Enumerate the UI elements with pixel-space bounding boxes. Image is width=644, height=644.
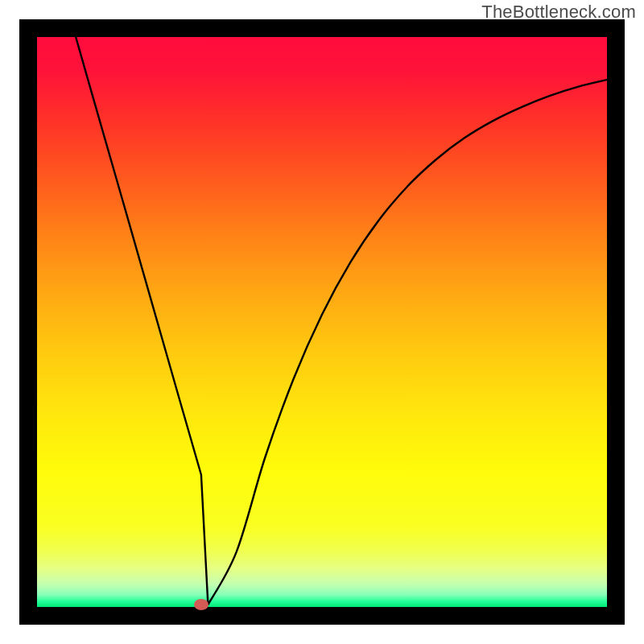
plot-area — [37, 37, 607, 607]
watermark-label: TheBottleneck.com — [481, 2, 636, 23]
bottleneck-curve — [37, 37, 607, 607]
chart-container: TheBottleneck.com — [0, 0, 644, 644]
optimal-point-marker — [194, 599, 208, 610]
